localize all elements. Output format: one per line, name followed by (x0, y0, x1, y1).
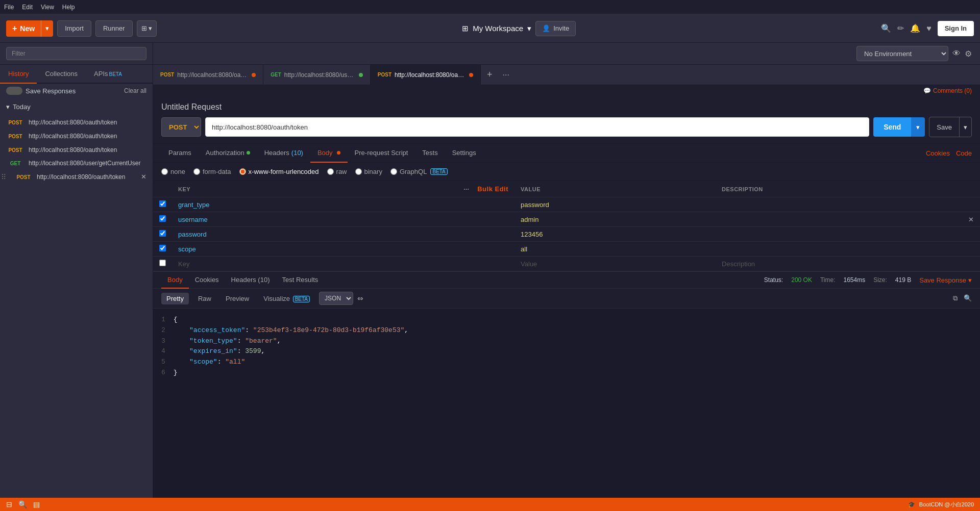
sign-in-button[interactable]: Sign In (938, 21, 974, 36)
feather-icon[interactable]: ✏ (897, 23, 904, 33)
value-cell[interactable]: password (514, 197, 716, 212)
cookies-link[interactable]: Cookies (926, 149, 950, 157)
send-dropdown-button[interactable]: ▾ (911, 117, 925, 137)
send-button[interactable]: Send (873, 117, 911, 137)
response-tab-cookies[interactable]: Cookies (189, 272, 225, 289)
body-opt-none[interactable]: none (161, 168, 185, 175)
sidebar-tab-collections[interactable]: Collections (37, 65, 86, 84)
tab-url: http://localhost:8080/oauth/to... (177, 71, 249, 79)
desc-cell[interactable] (716, 197, 980, 212)
row-checkbox-0[interactable] (159, 200, 166, 207)
menu-file[interactable]: File (4, 4, 14, 11)
sidebar-tab-apis[interactable]: APIsBETA (86, 65, 130, 84)
menu-help[interactable]: Help (62, 4, 75, 11)
row-checkbox-1[interactable] (159, 215, 166, 222)
desc-cell[interactable]: ✕ (716, 212, 980, 227)
row-checkbox-2[interactable] (159, 230, 166, 237)
desc-cell[interactable] (716, 227, 980, 242)
resp-pretty-tab[interactable]: Pretty (161, 293, 189, 304)
placeholder-checkbox[interactable] (159, 260, 166, 266)
request-tab-2[interactable]: POST http://localhost:8080/oauth/to... (371, 65, 481, 85)
search-response-icon[interactable]: 🔍 (964, 294, 972, 302)
tab-tests[interactable]: Tests (415, 144, 445, 163)
sidebar-toggle-icon[interactable]: ⊟ (6, 500, 12, 508)
filter-input[interactable] (6, 47, 146, 60)
menu-edit[interactable]: Edit (22, 4, 33, 11)
response-tab-test-results[interactable]: Test Results (276, 272, 324, 289)
wrap-icon[interactable]: ⇔ (357, 294, 363, 302)
tab-body[interactable]: Body (310, 144, 348, 163)
placeholder-value[interactable]: Value (514, 257, 716, 271)
new-button[interactable]: + New ▾ (6, 20, 53, 37)
resp-raw-tab[interactable]: Raw (193, 293, 216, 304)
workspace-button[interactable]: ⊞ My Workspace ▾ (462, 24, 531, 33)
search-toolbar-icon[interactable]: 🔍 (881, 23, 891, 33)
table-more-icon[interactable]: ··· (464, 186, 470, 192)
code-link[interactable]: Code (956, 149, 972, 157)
key-cell[interactable]: grant_type (172, 197, 514, 212)
body-opt-urlencoded[interactable]: x-www-form-urlencoded (239, 168, 319, 175)
placeholder-key[interactable]: Key (172, 257, 514, 271)
save-dropdown-button[interactable]: ▾ (959, 117, 971, 137)
desc-cell[interactable] (716, 242, 980, 257)
request-tab-1[interactable]: GET http://localhost:8080/user/getC... (263, 65, 371, 85)
delete-row-icon[interactable]: ✕ (968, 216, 974, 223)
url-input[interactable] (205, 117, 869, 137)
key-cell[interactable]: password (172, 227, 514, 242)
resp-preview-tab[interactable]: Preview (220, 293, 254, 304)
history-item[interactable]: POST http://localhost:8080/oauth/token (0, 143, 153, 157)
import-button[interactable]: Import (57, 20, 91, 37)
tab-params[interactable]: Params (161, 144, 199, 163)
environment-select[interactable]: No Environment (856, 46, 948, 61)
save-button[interactable]: Save (929, 117, 959, 137)
bulk-edit-button[interactable]: Bulk Edit (477, 185, 508, 193)
clear-all-button[interactable]: Clear all (124, 87, 146, 94)
response-tab-headers[interactable]: Headers (10) (225, 272, 276, 289)
body-opt-raw[interactable]: raw (327, 168, 347, 175)
heart-icon[interactable]: ♥ (926, 24, 932, 33)
add-tab-button[interactable]: + (481, 69, 499, 80)
placeholder-desc[interactable]: Description (716, 257, 980, 271)
save-response-button[interactable]: Save Response ▾ (919, 276, 972, 284)
resp-visualize-tab[interactable]: Visualize BETA (258, 293, 315, 304)
value-cell[interactable]: all (514, 242, 716, 257)
history-item[interactable]: GET http://localhost:8080/user/getCurren… (0, 157, 153, 170)
response-tab-body[interactable]: Body (161, 272, 189, 289)
body-opt-binary[interactable]: binary (355, 168, 382, 175)
menu-view[interactable]: View (41, 4, 54, 11)
sidebar-tab-history[interactable]: History (0, 65, 37, 84)
key-cell[interactable]: scope (172, 242, 514, 257)
tab-prerequest[interactable]: Pre-request Script (348, 144, 415, 163)
new-dropdown-icon[interactable]: ▾ (41, 20, 53, 37)
history-item[interactable]: POST http://localhost:8080/oauth/token (0, 116, 153, 130)
value-cell[interactable]: 123456 (514, 227, 716, 242)
layout-icon[interactable]: ▤ (33, 500, 40, 508)
save-responses-toggle[interactable] (6, 87, 22, 95)
key-cell[interactable]: username (172, 212, 514, 227)
tab-settings[interactable]: Settings (445, 144, 483, 163)
body-opt-form-data[interactable]: form-data (193, 168, 231, 175)
delete-history-icon[interactable]: ✕ (141, 173, 146, 181)
table-placeholder-row: Key Value Description (153, 257, 980, 271)
eye-icon[interactable]: 👁 (952, 49, 961, 58)
tab-headers[interactable]: Headers (10) (257, 144, 310, 163)
value-cell[interactable]: admin (514, 212, 716, 227)
request-tab-0[interactable]: POST http://localhost:8080/oauth/to... (153, 65, 263, 85)
history-item[interactable]: POST http://localhost:8080/oauth/token (0, 130, 153, 143)
more-tabs-button[interactable]: ··· (499, 70, 513, 80)
tab-authorization[interactable]: Authorization (199, 144, 257, 163)
search-bottom-icon[interactable]: 🔍 (18, 500, 27, 508)
comments-button[interactable]: 💬 Comments (0) (915, 85, 980, 96)
invite-button[interactable]: 👤 Invite (535, 21, 576, 36)
format-select[interactable]: JSON (319, 292, 353, 305)
settings-env-icon[interactable]: ⚙ (965, 49, 972, 59)
body-opt-graphql[interactable]: GraphQL BETA (390, 168, 448, 175)
notification-icon[interactable]: 🔔 (910, 23, 920, 33)
history-item[interactable]: ⠿ POST http://localhost:8080/oauth/token… (0, 170, 153, 184)
today-section-title[interactable]: ▾ Today (6, 101, 146, 113)
runner-button[interactable]: Runner (95, 20, 133, 37)
copy-response-icon[interactable]: ⧉ (953, 294, 958, 302)
method-select[interactable]: POST (161, 117, 201, 137)
row-checkbox-3[interactable] (159, 245, 166, 251)
workspace-extras-button[interactable]: ⊞ ▾ (137, 20, 157, 37)
